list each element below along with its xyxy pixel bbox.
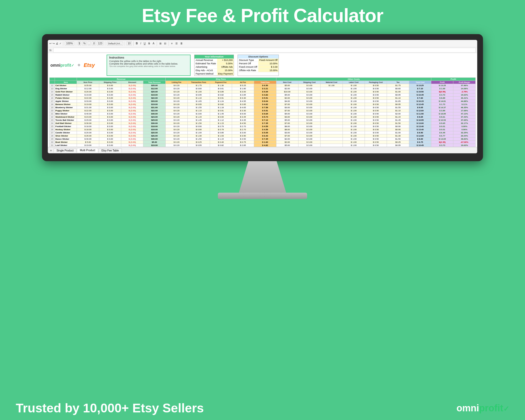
align-right-btn[interactable]: ≣ [180, 42, 183, 45]
print-icon[interactable]: 🖨 [56, 42, 58, 45]
row-mat-cost[interactable] [321, 106, 343, 109]
row-item-price[interactable]: $ 26.00 [77, 134, 99, 138]
row-mat-cost[interactable] [321, 144, 343, 147]
row-item-price[interactable]: $ 22.00 [77, 97, 99, 100]
row-item-price[interactable]: $ 29.00 [77, 119, 99, 122]
row-item-cost[interactable]: $5.00 [276, 119, 298, 122]
table-row: 27 Candle Sticker $ 20.00 $ 3.00 $ (3.00… [50, 131, 476, 134]
row-item-price[interactable]: $ 31.00 [77, 106, 99, 109]
row-item-cost[interactable]: $8.00 [276, 125, 298, 128]
row-mat-cost[interactable] [321, 100, 343, 103]
row-item-cost[interactable]: $2.00 [276, 87, 298, 90]
tab-single-product[interactable]: Single Product [54, 148, 76, 153]
row-item-price[interactable]: $ 35.00 [77, 84, 99, 87]
strikethrough-btn[interactable]: S [148, 42, 151, 45]
row-item-cost[interactable]: $7.00 [276, 109, 298, 112]
row-item-price[interactable]: $ 20.00 [77, 90, 99, 93]
row-item-cost[interactable]: $5.00 [276, 84, 298, 87]
underline-btn[interactable]: U [143, 42, 146, 45]
row-item-price[interactable]: $ 18.00 [77, 128, 99, 131]
info-val-revenue[interactable]: < $10,000 [217, 59, 234, 62]
decimal-down-btn[interactable]: .0 [92, 41, 96, 45]
row-mat-cost[interactable] [321, 119, 343, 122]
formula-input[interactable] [53, 48, 476, 52]
discount-row-type: Discount Type Fixed Amount Off [238, 59, 279, 62]
row-item-price[interactable]: $ 33.00 [77, 100, 99, 103]
discount-val-percent[interactable]: 10.00% [258, 62, 279, 65]
row-item-cost[interactable]: $4.00 [276, 100, 298, 103]
spell-icon[interactable]: ✓ [59, 42, 61, 45]
row-item-cost[interactable]: $3.00 [276, 116, 298, 119]
undo-icon[interactable]: ↩ [49, 42, 51, 45]
comma-btn[interactable]: , [88, 41, 91, 45]
row-item-price[interactable]: $ 12.00 [77, 87, 99, 90]
row-item-cost[interactable]: $5.00 [276, 144, 298, 147]
align-center-btn[interactable]: ☰ [175, 42, 178, 45]
font-color-btn[interactable]: A [152, 42, 155, 45]
row-num: 29 [50, 138, 55, 141]
info-val-tax[interactable]: 5.00% [217, 62, 234, 65]
row-mat-cost[interactable] [321, 138, 343, 141]
discount-val-offsite[interactable]: 15.00% [258, 69, 279, 72]
info-val-acos[interactable]: 15.00% [217, 69, 234, 72]
align-left-btn[interactable]: ≡ [170, 42, 174, 45]
format-btn[interactable]: 123 [97, 41, 103, 45]
row-mat-cost[interactable] [321, 90, 343, 93]
row-item-cost[interactable]: $8.00 [276, 128, 298, 131]
row-item-cost[interactable]: $7.00 [276, 122, 298, 125]
row-item-cost[interactable]: $7.00 [276, 103, 298, 106]
tab-etsy-fee[interactable]: Etsy Fee Table [99, 148, 122, 153]
row-mat-cost[interactable] [321, 116, 343, 119]
discount-val-fixed[interactable]: $ 3.00 [258, 65, 279, 69]
italic-btn[interactable]: I [140, 42, 142, 45]
row-mat-cost[interactable] [321, 134, 343, 138]
row-item-cost[interactable]: $3.00 [276, 106, 298, 109]
row-item-cost[interactable]: $7.00 [276, 134, 298, 138]
currency-btn[interactable]: $ [78, 41, 81, 45]
bold-btn[interactable]: B [135, 42, 139, 45]
row-item-price[interactable]: $ 30.00 [77, 138, 99, 141]
row-item-price[interactable]: $ 23.00 [77, 116, 99, 119]
row-mat-cost[interactable] [321, 87, 343, 90]
percent-btn[interactable]: % [82, 41, 87, 45]
row-item-price[interactable]: $ 30.00 [77, 122, 99, 125]
row-item-cost[interactable]: $2.00 [276, 141, 298, 144]
info-val-payment[interactable]: Etsy Payment [217, 72, 234, 76]
borders-btn[interactable]: ⊞ [159, 42, 162, 45]
row-item-cost[interactable]: $10.00 [276, 90, 298, 93]
redo-icon[interactable]: ↪ [52, 42, 55, 45]
row-item-price[interactable]: $ 19.00 [77, 144, 99, 147]
row-mat-cost[interactable] [321, 131, 343, 134]
row-mat-cost[interactable] [321, 112, 343, 116]
zoom-level[interactable]: 100% [65, 41, 74, 45]
row-item-cost[interactable]: $3.00 [276, 131, 298, 134]
font-size[interactable]: 10 [127, 41, 132, 45]
row-item-price[interactable]: $ 22.00 [77, 109, 99, 112]
row-item-cost[interactable]: $5.00 [276, 93, 298, 97]
row-mat-cost[interactable] [321, 109, 343, 112]
row-item-cost[interactable]: $2.00 [276, 97, 298, 100]
font-family[interactable]: Default (Ari... [107, 42, 123, 45]
info-val-advertising[interactable]: Offsite Ads [217, 65, 234, 69]
discount-val-type[interactable]: Fixed Amount Off [258, 59, 279, 62]
row-mat-cost[interactable]: $ 1.00 [321, 84, 343, 87]
row-item-price[interactable]: $ 20.00 [77, 131, 99, 134]
row-item-price[interactable]: $ 5.00 [77, 141, 99, 144]
row-item-price[interactable]: $ 18.00 [77, 125, 99, 128]
row-mat-cost[interactable] [321, 128, 343, 131]
row-mat-cost[interactable] [321, 103, 343, 106]
row-mat-cost[interactable] [321, 125, 343, 128]
row-mat-cost[interactable] [321, 141, 343, 144]
row-item-price[interactable]: $ 19.00 [77, 103, 99, 106]
tab-multi-product[interactable]: Multi Product [77, 148, 98, 153]
row-item-price[interactable]: $ 40.00 [77, 112, 99, 116]
add-sheet-btn[interactable]: + [49, 148, 53, 153]
row-item-cost[interactable]: $5.00 [276, 112, 298, 116]
row-ship-cost: $ 3.00 [298, 119, 320, 122]
row-mat-cost[interactable] [321, 122, 343, 125]
row-mat-cost[interactable] [321, 93, 343, 97]
row-item-price[interactable]: $ 19.00 [77, 93, 99, 97]
row-mat-cost[interactable] [321, 97, 343, 100]
merge-btn[interactable]: ⊟ [163, 42, 167, 45]
row-item-cost[interactable]: $2.00 [276, 138, 298, 141]
